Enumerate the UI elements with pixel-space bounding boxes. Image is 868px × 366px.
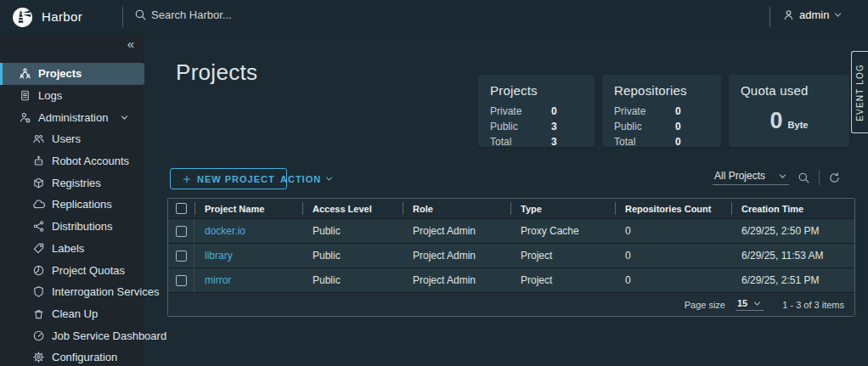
header-divider <box>769 7 770 27</box>
sidebar-item-users[interactable]: Users <box>0 128 144 150</box>
card-stat-row: Public3 <box>490 119 583 134</box>
cell-type: Project <box>510 274 615 286</box>
row-select-cell <box>168 219 194 243</box>
event-log-tab[interactable]: EVENT LOG <box>851 51 868 133</box>
stat-label: Total <box>614 134 675 149</box>
page-size-label: Page size <box>685 300 725 310</box>
cell-repositories-count: 0 <box>615 250 731 262</box>
sidebar-item-logs[interactable]: Logs <box>0 85 144 107</box>
new-project-label: NEW PROJECT <box>197 174 275 184</box>
cell-type: Project <box>510 250 615 262</box>
sidebar-item-robot-accounts[interactable]: Robot Accounts <box>0 150 144 172</box>
toolbar-right: All Projects <box>713 170 841 185</box>
action-dropdown-button[interactable]: ACTION <box>270 168 344 189</box>
cell-repositories-count: 0 <box>615 225 731 237</box>
users-icon <box>32 132 45 145</box>
logs-icon <box>19 89 31 102</box>
sidebar-item-label: Robot Accounts <box>52 155 129 167</box>
user-menu[interactable]: admin <box>782 8 843 21</box>
sidebar-item-configuration[interactable]: Configuration <box>0 346 144 366</box>
stat-value: 0 <box>675 104 681 119</box>
pagination-range: 1 - 3 of 3 items <box>782 300 844 310</box>
event-log-label: EVENT LOG <box>855 64 865 121</box>
column-header-creation-time: Creation Time <box>731 199 854 218</box>
sidebar-item-label: Registries <box>52 177 101 189</box>
sidebar-item-administration[interactable]: Administration <box>0 106 144 128</box>
sidebar-item-label: Projects <box>38 67 82 80</box>
stat-value: 0 <box>675 134 681 149</box>
action-label: ACTION <box>280 174 321 184</box>
project-link[interactable]: docker.io <box>205 225 245 237</box>
column-header-project-name: Project Name <box>194 199 302 218</box>
projects-icon <box>19 67 31 80</box>
card-stat-row: Public0 <box>614 119 709 134</box>
replications-icon <box>32 198 45 211</box>
cell-creation-time: 6/29/25, 2:50 PM <box>731 225 854 237</box>
registries-icon <box>32 177 45 189</box>
global-search-input[interactable] <box>151 8 338 21</box>
sidebar-item-project-quotas[interactable]: Project Quotas <box>0 259 144 281</box>
chevron-down-icon <box>833 10 843 20</box>
column-header-type: Type <box>510 199 615 218</box>
administration-icon <box>19 111 31 124</box>
table-row: mirrorPublicProject AdminProject06/29/25… <box>168 267 854 292</box>
chevron-down-icon <box>778 172 787 181</box>
sidebar-item-label: Configuration <box>52 351 117 363</box>
sidebar-item-clean-up[interactable]: Clean Up <box>0 303 144 325</box>
app-header: Harbor admin <box>0 0 868 34</box>
chevron-down-icon <box>752 299 762 308</box>
card-title: Projects <box>490 83 583 98</box>
sidebar-item-labels[interactable]: Labels <box>0 238 144 260</box>
cell-project-name: library <box>194 250 302 262</box>
gear-icon <box>32 351 45 363</box>
sidebar-item-distributions[interactable]: Distributions <box>0 216 144 238</box>
project-link[interactable]: library <box>205 250 233 262</box>
stat-label: Public <box>490 119 551 134</box>
projects-filter-select[interactable]: All Projects <box>713 170 789 185</box>
cell-access-level: Public <box>302 274 403 286</box>
sidebar-item-projects[interactable]: Projects <box>0 63 144 85</box>
projects-toolbar: NEW PROJECT ACTION All Projects <box>167 168 855 192</box>
project-link[interactable]: mirror <box>205 274 231 286</box>
sidebar-item-registries[interactable]: Registries <box>0 172 144 194</box>
header-divider <box>122 7 123 27</box>
sidebar-nav: ProjectsLogsAdministrationUsersRobot Acc… <box>0 63 144 366</box>
sidebar-item-interrogation-services[interactable]: Interrogation Services <box>0 281 144 303</box>
cell-project-name: mirror <box>194 274 302 286</box>
summary-card-projects: ProjectsPrivate0Public3Total3 <box>478 75 595 147</box>
quota-number: 0 <box>770 108 783 134</box>
chevron-down-icon <box>120 113 132 122</box>
shield-icon <box>32 285 45 298</box>
sidebar-item-label: Replications <box>52 198 112 211</box>
username: admin <box>799 8 829 21</box>
stat-label: Total <box>490 134 551 149</box>
cell-project-name: docker.io <box>194 225 302 237</box>
quota-icon <box>32 264 45 277</box>
row-checkbox[interactable] <box>176 275 187 286</box>
row-checkbox[interactable] <box>176 226 187 237</box>
harbor-logo-icon <box>11 6 34 29</box>
card-title: Quota used <box>741 83 837 98</box>
stat-value: 0 <box>675 119 681 134</box>
row-checkbox[interactable] <box>176 251 187 262</box>
table-row: docker.ioPublicProject AdminProxy Cache0… <box>168 218 854 243</box>
select-all-checkbox[interactable] <box>176 203 187 214</box>
column-header-access-level: Access Level <box>302 199 403 218</box>
select-all-cell <box>168 199 194 218</box>
sidebar-item-replications[interactable]: Replications <box>0 194 144 216</box>
card-stat-row: Total3 <box>490 134 583 149</box>
table-search-icon[interactable] <box>798 172 810 184</box>
global-search <box>134 8 338 21</box>
sidebar-item-job-service-dashboard[interactable]: Job Service Dashboard <box>0 324 144 346</box>
table-header-row: Project NameAccess LevelRoleTypeReposito… <box>168 199 854 218</box>
sidebar: « ProjectsLogsAdministrationUsersRobot A… <box>0 34 144 366</box>
quota-value: 0Byte <box>741 108 837 134</box>
collapse-sidebar-icon[interactable]: « <box>127 37 134 50</box>
dashboard-icon <box>32 329 45 342</box>
page-size-select[interactable]: 15 <box>736 298 764 311</box>
stat-label: Private <box>614 104 675 119</box>
table-row: libraryPublicProject AdminProject06/29/2… <box>168 243 854 267</box>
card-stat-row: Private0 <box>614 104 709 119</box>
table-body: docker.ioPublicProject AdminProxy Cache0… <box>168 218 854 292</box>
refresh-icon[interactable] <box>828 172 841 184</box>
